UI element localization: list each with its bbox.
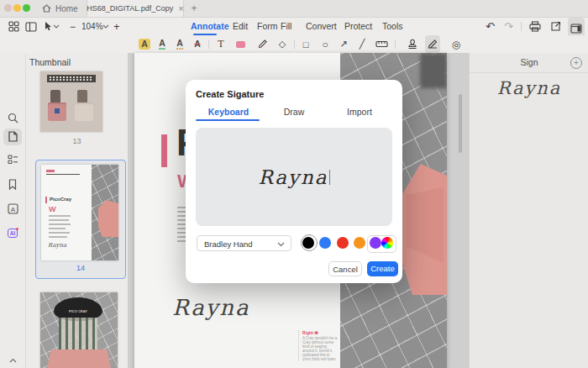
page-grid-view-icon[interactable] [8, 18, 19, 35]
photo-pink-object [402, 164, 447, 295]
zoom-dropdown-icon[interactable] [102, 18, 109, 35]
window-minimize-button[interactable] [13, 4, 21, 12]
tools-divider [208, 39, 209, 49]
thumb15-base [47, 350, 111, 368]
page-13-thumbnail[interactable] [40, 71, 102, 132]
thumb13-musicbox-right [75, 103, 93, 121]
page-14-thumbnail-selected[interactable]: PicoCray W Rayna 14 [35, 160, 126, 279]
page-thumbnails-icon[interactable] [0, 131, 25, 142]
comment-icon [236, 41, 245, 48]
font-select-value: Bradley Hand [204, 239, 253, 249]
color-swatch-black[interactable] [302, 237, 314, 249]
tab-keyboard[interactable]: Keyboard [196, 104, 261, 119]
comment-tool[interactable] [234, 35, 246, 53]
split-view-icon[interactable] [25, 18, 37, 35]
color-swatch-purple[interactable] [370, 237, 381, 249]
lens-tool[interactable]: ◎ [450, 35, 462, 53]
tab-import[interactable]: Import [327, 104, 392, 119]
bookmark-icon[interactable] [0, 179, 25, 190]
annotation-list-icon[interactable]: A [0, 203, 25, 214]
share-export-icon[interactable] [550, 18, 561, 35]
signature-text-input[interactable]: Rayna [258, 166, 328, 188]
signature-tool[interactable] [425, 35, 440, 53]
chevron-down-icon [277, 242, 285, 247]
sign-panel: Sign + Rayna [469, 53, 588, 368]
document-tab[interactable]: HS68_DIGITAL.pdf_Copy × [87, 0, 184, 17]
thumb13-figurine-right [77, 90, 87, 103]
thumb14-body-text [49, 215, 71, 240]
cancel-button[interactable]: Cancel [328, 261, 362, 276]
search-icon[interactable] [0, 113, 25, 124]
cursor-dropdown-icon[interactable] [53, 18, 60, 35]
annotation-toolbar: A A A A T ◇ □ ○ ↗ ╱ ◎ [0, 35, 588, 54]
menu-convert[interactable]: Convert [306, 18, 337, 35]
pdf-editor-window: Home HS68_DIGITAL.pdf_Copy × + − 104% + … [0, 0, 588, 368]
menu-tools[interactable]: Tools [382, 18, 403, 35]
outline-bookmarks-icon[interactable] [0, 155, 25, 165]
thumb15-disc-label: PICO CRAY [54, 297, 102, 313]
thumb14-title: PicoCray [50, 197, 71, 202]
rectangle-tool[interactable]: □ [300, 35, 312, 53]
menu-annotate[interactable]: Annotate [191, 18, 229, 35]
menu-fill[interactable]: Fill [281, 18, 291, 35]
window-close-button[interactable] [4, 4, 12, 12]
titlebar: Home HS68_DIGITAL.pdf_Copy × + [0, 0, 588, 18]
page-15-thumbnail[interactable]: PICO CRAY [40, 292, 118, 368]
undo-button[interactable]: ↶ [486, 18, 495, 35]
text-tool[interactable]: T [215, 35, 227, 53]
document-tab-label: HS68_DIGITAL.pdf_Copy [87, 4, 173, 13]
left-sidebar-icon-strip: A AI 14 100 [0, 53, 26, 368]
print-icon[interactable] [529, 18, 541, 35]
tab-draw[interactable]: Draw [261, 104, 327, 119]
eraser-tool[interactable]: ◇ [276, 35, 288, 53]
page-up-icon[interactable] [0, 358, 25, 363]
new-tab-button[interactable]: + [188, 3, 200, 14]
line-tool[interactable]: ╱ [356, 35, 368, 53]
vertical-scrollbar[interactable] [459, 94, 462, 153]
create-signature-dialog: Create Sigature Keyboard Draw Import Ray… [186, 80, 402, 283]
thumb14-photo [92, 165, 118, 260]
dialog-title: Create Sigature [196, 89, 264, 99]
photo-dark-object [420, 53, 447, 88]
placed-signature[interactable]: Rayna [172, 295, 250, 320]
color-swatch-red[interactable] [337, 237, 349, 249]
window-zoom-button[interactable] [23, 4, 30, 12]
toolbar-divider [521, 22, 522, 31]
ellipse-tool[interactable]: ○ [319, 35, 331, 53]
select-cursor-tool[interactable] [44, 18, 52, 35]
color-swatch-blue[interactable] [319, 237, 331, 249]
saved-signature-item[interactable]: Rayna [470, 78, 588, 98]
signature-preview-area[interactable]: Rayna [196, 128, 392, 226]
zoom-out-button[interactable]: − [70, 18, 76, 35]
stamp-tool[interactable] [407, 35, 418, 53]
font-select[interactable]: Bradley Hand [197, 235, 291, 251]
toolbar: − 104% + Annotate Edit Form Fill Convert… [0, 18, 588, 35]
underline-tool[interactable]: A [156, 35, 168, 53]
zoom-level-value[interactable]: 104% [81, 18, 103, 35]
text-caret [329, 170, 330, 185]
color-swatch-rainbow-picker[interactable] [381, 237, 393, 249]
home-tab-label: Home [55, 4, 78, 13]
zoom-in-button[interactable]: + [113, 18, 120, 35]
tab-close-icon[interactable]: × [178, 4, 183, 13]
thumb13-figurine-left [50, 90, 60, 103]
ai-assistant-icon[interactable]: AI [0, 229, 25, 238]
menu-form[interactable]: Form [257, 18, 278, 35]
squiggly-tool[interactable]: A [174, 35, 186, 53]
thumb15-cylinder [59, 318, 97, 353]
redo-button[interactable]: ↷ [504, 18, 513, 35]
add-signature-icon[interactable]: + [570, 57, 582, 69]
svg-text:A: A [10, 206, 15, 213]
color-swatch-orange[interactable] [354, 237, 365, 249]
menu-protect[interactable]: Protect [344, 18, 372, 35]
measure-tool[interactable] [375, 35, 388, 53]
arrow-tool[interactable]: ↗ [338, 35, 349, 53]
strikethrough-tool[interactable]: A [192, 35, 203, 53]
create-button[interactable]: Create [367, 261, 398, 276]
home-tab[interactable]: Home [42, 0, 78, 17]
keyboard-tab-underline [196, 119, 260, 121]
page-14-number: 14 [36, 264, 125, 272]
pencil-tool[interactable] [256, 35, 268, 53]
highlight-tool[interactable]: A [138, 35, 151, 53]
menu-edit[interactable]: Edit [233, 18, 248, 35]
